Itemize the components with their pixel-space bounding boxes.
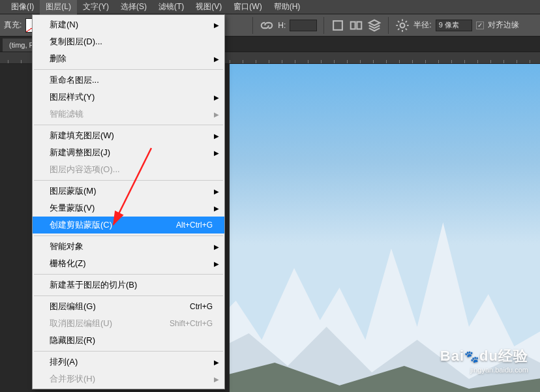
menu-item[interactable]: 创建剪贴蒙版(C)Alt+Ctrl+G xyxy=(33,217,224,234)
menu-item[interactable]: 新建基于图层的切片(B) xyxy=(33,277,224,294)
menu-item: 图层内容选项(O)... xyxy=(33,161,224,178)
watermark-url: jingyan.baidu.com xyxy=(440,366,528,374)
menu-item-label: 新建调整图层(J) xyxy=(50,147,213,158)
menu-separator xyxy=(34,351,223,352)
svg-rect-1 xyxy=(351,22,355,29)
menu-item-label: 删除 xyxy=(50,53,213,65)
menu-item[interactable]: 图层编组(G)Ctrl+G xyxy=(33,298,224,315)
menubar-view[interactable]: 视图(V) xyxy=(190,0,228,14)
divider xyxy=(388,17,389,34)
menu-item-label: 排列(A) xyxy=(50,356,213,368)
menu-item[interactable]: 新建调整图层(J)▶ xyxy=(33,144,224,161)
submenu-arrow-icon: ▶ xyxy=(214,94,219,101)
menu-item[interactable]: 复制图层(D)... xyxy=(33,33,224,50)
menu-item-shortcut: Alt+Ctrl+G xyxy=(176,220,213,230)
menu-item[interactable]: 新建(N)▶ xyxy=(33,16,224,33)
menu-item-label: 新建填充图层(W) xyxy=(50,130,213,142)
menu-item[interactable]: 矢量蒙版(V)▶ xyxy=(33,200,224,217)
menubar-help[interactable]: 帮助(H) xyxy=(268,0,307,14)
menubar-layer[interactable]: 图层(L) xyxy=(40,0,77,14)
svg-rect-0 xyxy=(333,21,342,30)
menubar: 图像(I) 图层(L) 文字(Y) 选择(S) 滤镜(T) 视图(V) 窗口(W… xyxy=(0,0,540,14)
menu-item-label: 复制图层(D)... xyxy=(50,36,213,48)
layer-menu-dropdown: 新建(N)▶复制图层(D)...删除▶重命名图层...图层样式(Y)▶智能滤镜▶… xyxy=(32,14,225,389)
fill-label: 真充: xyxy=(4,20,22,31)
menu-item[interactable]: 删除▶ xyxy=(33,50,224,67)
gear-icon[interactable] xyxy=(395,18,410,33)
align-edges-checkbox[interactable]: ✓ xyxy=(476,22,484,29)
menubar-select[interactable]: 选择(S) xyxy=(115,0,153,14)
align-edges-label: 对齐边缘 xyxy=(488,20,519,31)
divider xyxy=(323,17,324,34)
submenu-arrow-icon: ▶ xyxy=(214,132,219,140)
menu-item[interactable]: 栅格化(Z)▶ xyxy=(33,255,224,272)
menu-item[interactable]: 重命名图层... xyxy=(33,72,224,89)
menu-item-shortcut: Shift+Ctrl+G xyxy=(170,319,213,328)
menu-item-label: 图层编组(G) xyxy=(50,301,190,312)
svg-rect-2 xyxy=(357,22,362,29)
submenu-arrow-icon: ▶ xyxy=(214,205,219,212)
menu-item: 合并形状(H)▶ xyxy=(33,370,224,387)
submenu-arrow-icon: ▶ xyxy=(214,55,219,63)
menu-item-label: 合并形状(H) xyxy=(50,373,213,385)
document-canvas[interactable]: Bai🐾du经验 jingyan.baidu.com xyxy=(230,64,540,392)
menu-item-label: 图层蒙版(M) xyxy=(50,185,213,197)
menubar-type[interactable]: 文字(Y) xyxy=(77,0,115,14)
menu-item-label: 重命名图层... xyxy=(50,74,213,86)
menu-item[interactable]: 图层样式(Y)▶ xyxy=(33,89,224,106)
radius-input[interactable]: 9 像素 xyxy=(436,20,472,31)
divider xyxy=(252,17,253,34)
paw-icon: 🐾 xyxy=(464,350,479,363)
menu-separator xyxy=(34,180,223,181)
menu-separator xyxy=(34,235,223,236)
menubar-image[interactable]: 图像(I) xyxy=(5,0,40,14)
menu-item[interactable]: 排列(A)▶ xyxy=(33,354,224,370)
radius-label: 半径: xyxy=(413,20,431,31)
menu-item-label: 栅格化(Z) xyxy=(50,258,213,269)
menu-item[interactable]: 隐藏图层(R) xyxy=(33,332,224,349)
menu-item-label: 隐藏图层(R) xyxy=(50,335,213,346)
submenu-arrow-icon: ▶ xyxy=(214,260,219,267)
menu-item-shortcut: Ctrl+G xyxy=(190,302,213,311)
submenu-arrow-icon: ▶ xyxy=(214,188,219,195)
svg-point-3 xyxy=(400,23,405,27)
menu-item-label: 新建基于图层的切片(B) xyxy=(50,279,213,291)
link-icon[interactable] xyxy=(260,18,274,33)
align-icon[interactable] xyxy=(331,18,345,33)
menu-separator xyxy=(34,295,223,296)
submenu-arrow-icon: ▶ xyxy=(214,359,219,366)
menu-separator xyxy=(34,274,223,275)
menubar-filter[interactable]: 滤镜(T) xyxy=(153,0,190,14)
menu-item[interactable]: 图层蒙版(M)▶ xyxy=(33,183,224,200)
menu-item-label: 取消图层编组(U) xyxy=(50,318,170,329)
menu-item[interactable]: 智能对象▶ xyxy=(33,238,224,255)
submenu-arrow-icon: ▶ xyxy=(214,111,219,118)
menu-separator xyxy=(34,125,223,125)
menu-separator xyxy=(34,69,223,70)
stack-icon[interactable] xyxy=(367,18,382,33)
menu-item-label: 矢量蒙版(V) xyxy=(50,202,213,214)
menu-item-label: 新建(N) xyxy=(50,19,213,31)
menu-item: 智能滤镜▶ xyxy=(33,106,224,123)
menu-item-label: 创建剪贴蒙版(C) xyxy=(50,219,176,231)
menu-item-label: 智能对象 xyxy=(50,241,213,252)
menu-item-label: 智能滤镜 xyxy=(50,108,213,120)
submenu-arrow-icon: ▶ xyxy=(214,376,219,383)
watermark: Bai🐾du经验 jingyan.baidu.com xyxy=(440,346,528,374)
menubar-window[interactable]: 窗口(W) xyxy=(228,0,267,14)
align-icon-2[interactable] xyxy=(349,18,363,33)
menu-item: 取消图层编组(U)Shift+Ctrl+G xyxy=(33,315,224,332)
menu-item[interactable]: 新建填充图层(W)▶ xyxy=(33,127,224,144)
h-input[interactable] xyxy=(290,20,317,31)
submenu-arrow-icon: ▶ xyxy=(214,22,219,29)
menu-item-label: 图层样式(Y) xyxy=(50,91,213,103)
watermark-brand: Bai xyxy=(440,348,464,364)
menu-item-label: 图层内容选项(O)... xyxy=(50,164,213,175)
submenu-arrow-icon: ▶ xyxy=(214,149,219,157)
submenu-arrow-icon: ▶ xyxy=(214,243,219,250)
h-label: H: xyxy=(278,21,286,30)
